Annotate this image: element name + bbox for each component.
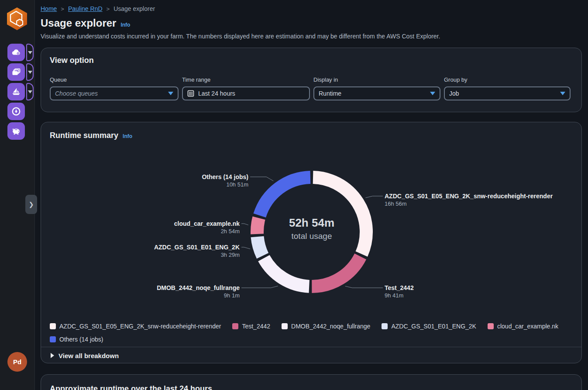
chevron-down-icon: [168, 92, 173, 95]
page-info-link[interactable]: Info: [120, 22, 130, 28]
fleet-boat-icon: [11, 86, 21, 97]
queues-stack-icon: [11, 67, 21, 77]
page-description: Visualize and understand costs incurred …: [41, 33, 582, 40]
legend-item[interactable]: cloud_car_example.nk: [488, 323, 558, 330]
runtime-summary-info-link[interactable]: Info: [123, 133, 132, 139]
deadline-cloud-logo-icon[interactable]: [5, 6, 29, 31]
chart-legend: AZDC_GS_S01_E05_ENG_2K_snw-reduceheight-…: [50, 323, 574, 343]
sidebar-split-dropdown[interactable]: [26, 83, 34, 100]
runtime-donut-chart: 52h 54m total usage AZDC_GS_S01_E05_ENG_…: [41, 146, 582, 323]
cloud-monitor-icon: [11, 47, 21, 58]
chevron-down-icon: [560, 92, 565, 95]
sidebar-button-budget-piggy-bank[interactable]: [7, 122, 25, 140]
legend-swatch: [50, 323, 56, 329]
breadcrumb-link-farm[interactable]: Pauline RnD: [68, 5, 103, 12]
calendar-icon: [187, 90, 194, 97]
view-option-title: View option: [50, 56, 573, 65]
breadcrumb-current: Usage explorer: [113, 5, 155, 12]
legend-item[interactable]: AZDC_GS_S01_E05_ENG_2K_snw-reduceheight-…: [50, 323, 221, 330]
chevron-down-icon: [430, 92, 435, 95]
callout-leader-line: [241, 247, 250, 249]
expander-caret-icon: [51, 353, 54, 358]
group-by-label: Group by: [444, 76, 571, 83]
chevron-down-icon: [28, 51, 32, 54]
queue-label: Queue: [50, 76, 179, 83]
legend-swatch: [382, 323, 388, 329]
time-range-field: Time range Last 24 hours: [182, 76, 310, 100]
donut-segment[interactable]: [257, 218, 259, 234]
sidebar-button-fleet-boat[interactable]: [7, 83, 25, 100]
group-by-select[interactable]: Job: [444, 86, 571, 100]
sidebar-button-cloud-monitor[interactable]: [7, 44, 25, 61]
donut-segment[interactable]: [264, 258, 309, 286]
callout-leader-line: [345, 286, 383, 288]
breadcrumb-separator-icon: >: [61, 6, 64, 12]
runtime-summary-title: Runtime summary: [50, 131, 118, 140]
sidebar-nav-item: [7, 63, 34, 81]
callout-leader-line: [241, 286, 278, 288]
legend-swatch: [282, 323, 288, 329]
page-title: Usage explorer: [41, 17, 116, 29]
usage-gauge-icon: [11, 106, 21, 117]
display-in-label: Display in: [313, 76, 440, 83]
display-in-value: Runtime: [319, 90, 430, 97]
legend-item[interactable]: Others (14 jobs): [50, 336, 103, 343]
legend-label: Others (14 jobs): [59, 336, 103, 343]
donut-segment[interactable]: [260, 177, 310, 215]
avatar-initials: Pd: [13, 358, 21, 366]
queue-select-value: Choose queues: [55, 90, 168, 97]
time-range-label: Time range: [182, 76, 310, 83]
sidebar-nav-item: [7, 83, 34, 100]
group-by-value: Job: [449, 90, 560, 97]
sidebar-nav: [0, 44, 35, 140]
donut-segment[interactable]: [313, 177, 366, 254]
callout-leader-line: [241, 224, 248, 225]
view-option-card: View option Queue Choose queues Time ran…: [41, 48, 582, 112]
queue-field: Queue Choose queues: [50, 76, 179, 100]
legend-swatch: [50, 336, 56, 342]
legend-swatch: [488, 323, 494, 329]
sidebar-button-queues-stack[interactable]: [7, 63, 25, 81]
legend-swatch: [232, 323, 238, 329]
chevron-down-icon: [28, 71, 32, 74]
group-by-field: Group by Job: [444, 76, 571, 100]
display-in-field: Display in Runtime: [313, 76, 440, 100]
legend-item[interactable]: Test_2442: [232, 323, 270, 330]
sidebar: ❯ Pd: [0, 0, 35, 390]
chevron-down-icon: [28, 90, 32, 93]
legend-label: Test_2442: [242, 323, 270, 330]
donut-segment[interactable]: [312, 256, 360, 286]
budget-piggy-bank-icon: [11, 126, 21, 136]
view-all-breakdown-expander[interactable]: View all breakdown: [41, 347, 581, 363]
breadcrumb-separator-icon: >: [107, 6, 110, 12]
sidebar-split-dropdown[interactable]: [26, 44, 34, 61]
legend-label: AZDC_GS_S01_E05_ENG_2K_snw-reduceheight-…: [59, 323, 221, 330]
legend-label: AZDC_GS_S01_E01_ENG_2K: [391, 323, 476, 330]
callout-leader-line: [365, 196, 383, 198]
sidebar-nav-item: [7, 122, 25, 140]
approximate-runtime-card: Approximate runtime over the last 24 hou…: [41, 374, 582, 390]
sidebar-button-usage-gauge[interactable]: [7, 103, 25, 120]
view-option-fields: Queue Choose queues Time range: [50, 76, 573, 100]
queue-select[interactable]: Choose queues: [50, 86, 179, 100]
time-range-value: Last 24 hours: [198, 90, 305, 97]
display-in-select[interactable]: Runtime: [313, 86, 440, 100]
legend-label: DMOB_2442_noqe_fullrange: [291, 323, 370, 330]
legend-label: cloud_car_example.nk: [497, 323, 558, 330]
main-content: Home > Pauline RnD > Usage explorer Usag…: [35, 0, 588, 390]
sidebar-nav-item: [7, 103, 25, 120]
legend-item[interactable]: AZDC_GS_S01_E01_ENG_2K: [382, 323, 476, 330]
breadcrumb: Home > Pauline RnD > Usage explorer: [41, 5, 582, 12]
runtime-summary-card: Runtime summary Info 52h 54m total usage…: [41, 122, 582, 363]
donut-chart-svg: [41, 146, 582, 323]
time-range-picker[interactable]: Last 24 hours: [182, 86, 310, 100]
sidebar-nav-item: [7, 44, 34, 61]
avatar[interactable]: Pd: [7, 352, 27, 372]
expander-label: View all breakdown: [58, 352, 119, 359]
sidebar-split-dropdown[interactable]: [26, 63, 34, 81]
breadcrumb-link-home[interactable]: Home: [41, 5, 57, 12]
donut-segment[interactable]: [257, 237, 262, 256]
legend-item[interactable]: DMOB_2442_noqe_fullrange: [282, 323, 370, 330]
callout-leader-line: [250, 177, 273, 181]
